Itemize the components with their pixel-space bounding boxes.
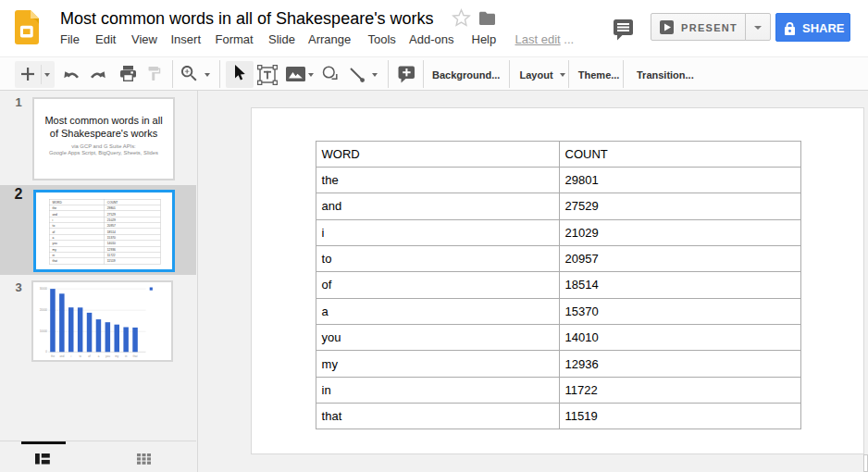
svg-text:0: 0 bbox=[46, 350, 48, 354]
svg-text:my: my bbox=[116, 354, 119, 357]
svg-text:you: you bbox=[105, 354, 110, 357]
svg-text:a: a bbox=[98, 354, 100, 357]
svg-text:10000: 10000 bbox=[40, 329, 48, 333]
svg-text:i: i bbox=[71, 354, 72, 357]
svg-text:the: the bbox=[51, 354, 55, 357]
svg-text:in: in bbox=[125, 354, 128, 357]
svg-text:and: and bbox=[60, 354, 65, 357]
svg-text:that: that bbox=[133, 354, 138, 357]
svg-text:of: of bbox=[89, 354, 92, 357]
svg-text:20000: 20000 bbox=[40, 308, 48, 312]
svg-text:to: to bbox=[80, 354, 82, 357]
svg-text:30000: 30000 bbox=[40, 287, 48, 291]
